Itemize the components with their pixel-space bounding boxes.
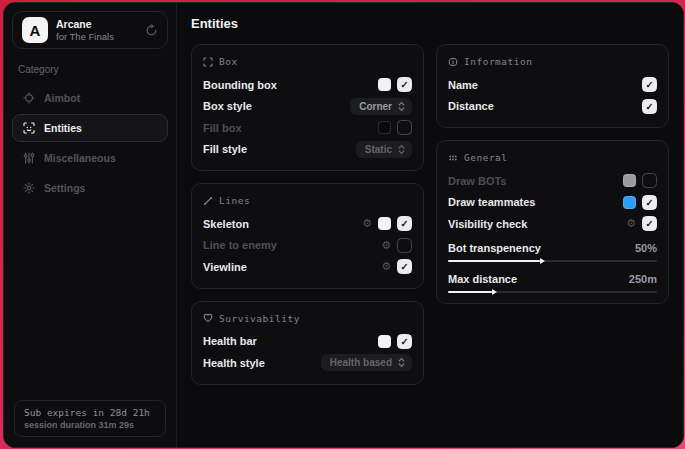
slider-value: 50%: [635, 242, 657, 254]
fill-style-dropdown[interactable]: Static: [356, 141, 412, 158]
lines-icon: [203, 196, 213, 206]
brand-logo: A: [22, 17, 48, 43]
setting-row-viewline: Viewline ⚙: [203, 256, 412, 278]
color-swatch[interactable]: [378, 121, 391, 134]
gear-icon[interactable]: ⚙: [381, 261, 391, 272]
page-title: Entities: [191, 16, 669, 31]
setting-row-bounding-box: Bounding box: [203, 74, 412, 96]
draw-bots-checkbox[interactable]: [642, 173, 657, 188]
panel-title: Box: [219, 56, 238, 67]
setting-row-draw-teammates: Draw teammates: [448, 192, 657, 214]
main-content: Entities Box Bounding box: [177, 3, 683, 447]
setting-row-health-style: Health style Health based: [203, 352, 412, 374]
setting-row-draw-bots: Draw BOTs: [448, 170, 657, 192]
slider-value: 250m: [629, 273, 657, 285]
bot-transparency-slider[interactable]: [448, 260, 657, 262]
chevrons-updown-icon: [398, 101, 405, 112]
slider-fill: [448, 291, 492, 293]
dropdown-value: Static: [365, 144, 392, 155]
distance-checkbox[interactable]: [642, 99, 657, 114]
color-swatch[interactable]: [623, 196, 636, 209]
color-swatch[interactable]: [378, 335, 391, 348]
gear-icon[interactable]: ⚙: [362, 218, 372, 229]
setting-label: Fill box: [203, 122, 242, 134]
setting-label: Health bar: [203, 335, 257, 347]
gear-icon: [23, 182, 35, 194]
max-distance-slider-block: Max distance 250m: [448, 273, 657, 293]
slider-label: Max distance: [448, 273, 517, 285]
chevrons-updown-icon: [398, 357, 405, 368]
sidebar-item-label: Settings: [44, 182, 85, 194]
brand-subtitle: for The Finals: [56, 31, 114, 43]
dropdown-value: Health based: [330, 357, 392, 368]
setting-label: Visibility check: [448, 218, 527, 230]
panel-title: Survivability: [219, 313, 300, 324]
entities-scan-icon: [23, 122, 35, 134]
slider-label: Bot transpenency: [448, 242, 541, 254]
setting-label: Line to enemy: [203, 239, 277, 251]
color-swatch[interactable]: [623, 174, 636, 187]
setting-row-fill-box: Fill box: [203, 117, 412, 139]
draw-teammates-checkbox[interactable]: [642, 195, 657, 210]
panel-title: Lines: [219, 195, 250, 206]
sidebar-item-label: Aimbot: [44, 92, 80, 104]
bounding-box-checkbox[interactable]: [397, 77, 412, 92]
brand-card: A Arcane for The Finals: [12, 11, 168, 49]
setting-row-skeleton: Skeleton ⚙: [203, 213, 412, 235]
gear-icon[interactable]: ⚙: [626, 218, 636, 229]
setting-label: Skeleton: [203, 218, 249, 230]
category-label: Category: [18, 64, 162, 75]
setting-label: Name: [448, 79, 478, 91]
setting-row-distance: Distance: [448, 96, 657, 118]
general-grid-icon: [448, 153, 458, 163]
setting-row-name: Name: [448, 74, 657, 96]
max-distance-slider[interactable]: [448, 291, 657, 293]
session-duration-text: session duration 31m 29s: [24, 420, 156, 430]
panel-title: Information: [464, 56, 532, 67]
setting-label: Draw BOTs: [448, 175, 506, 187]
setting-row-line-to-enemy: Line to enemy ⚙: [203, 235, 412, 257]
sidebar-item-entities[interactable]: Entities: [12, 114, 168, 142]
skeleton-checkbox[interactable]: [397, 216, 412, 231]
color-swatch[interactable]: [378, 78, 391, 91]
visibility-check-checkbox[interactable]: [642, 216, 657, 231]
panel-title: General: [464, 152, 508, 163]
health-bar-checkbox[interactable]: [397, 334, 412, 349]
sidebar-item-aimbot[interactable]: Aimbot: [12, 84, 168, 112]
survivability-icon: [203, 313, 213, 323]
sliders-icon: [23, 152, 35, 164]
sub-expiry-text: Sub expires in 28d 21h: [24, 407, 156, 418]
setting-row-fill-style: Fill style Static: [203, 139, 412, 161]
sidebar: A Arcane for The Finals Category Aimbot: [4, 3, 177, 447]
fill-box-checkbox[interactable]: [397, 120, 412, 135]
setting-row-box-style: Box style Corner: [203, 96, 412, 118]
panel-information: Information Name Distance: [436, 44, 669, 128]
setting-label: Health style: [203, 357, 265, 369]
setting-label: Distance: [448, 100, 494, 112]
setting-label: Viewline: [203, 261, 247, 273]
setting-row-health-bar: Health bar: [203, 331, 412, 353]
bot-transparency-slider-block: Bot transpenency 50%: [448, 242, 657, 262]
sidebar-item-label: Entities: [44, 122, 82, 134]
color-swatch[interactable]: [378, 217, 391, 230]
setting-row-visibility-check: Visibility check ⚙: [448, 213, 657, 235]
panel-survivability: Survivability Health bar Health style He…: [191, 301, 424, 385]
chevrons-updown-icon: [398, 144, 405, 155]
setting-label: Bounding box: [203, 79, 277, 91]
sidebar-item-settings[interactable]: Settings: [12, 174, 168, 202]
sidebar-item-miscellaneous[interactable]: Miscellaneous: [12, 144, 168, 172]
dropdown-value: Corner: [359, 101, 392, 112]
panel-box: Box Bounding box Box style Corner: [191, 44, 424, 171]
subscription-info-card: Sub expires in 28d 21h session duration …: [14, 400, 166, 437]
name-checkbox[interactable]: [642, 77, 657, 92]
health-style-dropdown[interactable]: Health based: [321, 354, 412, 371]
sync-icon[interactable]: [145, 24, 158, 37]
gear-icon[interactable]: ⚙: [381, 240, 391, 251]
box-icon: [203, 57, 213, 67]
crosshair-icon: [23, 92, 35, 104]
box-style-dropdown[interactable]: Corner: [350, 98, 412, 115]
panel-general: General Draw BOTs Draw teammates: [436, 140, 669, 304]
setting-label: Draw teammates: [448, 196, 535, 208]
viewline-checkbox[interactable]: [397, 259, 412, 274]
line-to-enemy-checkbox[interactable]: [397, 238, 412, 253]
